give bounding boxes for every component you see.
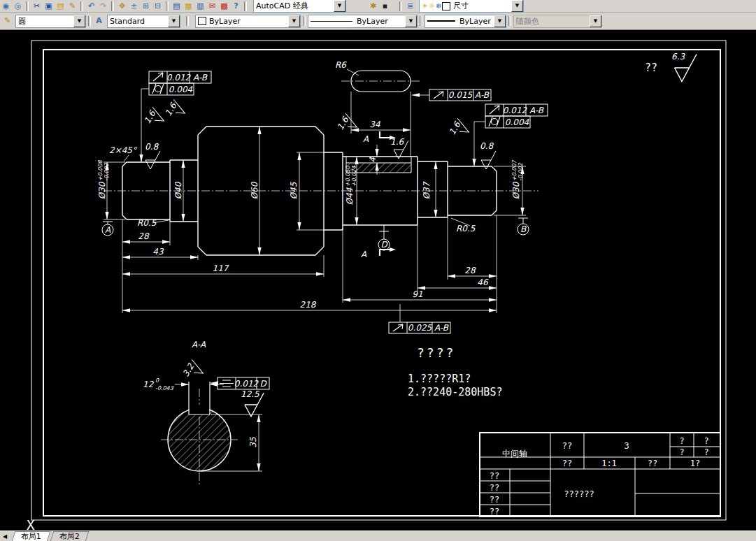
layer-thaw-sun-icon[interactable]: ☼ [429, 2, 435, 10]
copy-icon[interactable]: ▣ [43, 1, 55, 11]
tb-scale: 1:1 [601, 459, 617, 468]
chevron-down-icon[interactable]: ▼ [405, 15, 417, 27]
tb-left-row: ?? [490, 507, 499, 517]
toolbar-separator [244, 1, 247, 11]
toolbar-separator [166, 1, 169, 11]
tb-company: ?????? [564, 489, 594, 499]
notes-line2: 2.??240-280HBS? [408, 386, 502, 398]
linetype-sample [311, 21, 352, 22]
fcf3-datum: A-B [475, 90, 490, 100]
linetype-combo[interactable]: ByLayer ▼ [308, 15, 418, 28]
notes-line1: 1.?????R1? [408, 373, 471, 385]
display-icon[interactable]: ▪ [379, 1, 391, 11]
zoom-previous-icon[interactable]: ⊟ [152, 1, 164, 11]
dim-style-combo[interactable]: 圆 ▼ [15, 15, 86, 28]
lineweight-sample [427, 20, 455, 22]
technical-notes: ???? 1.?????R1? 2.??240-280HBS? [408, 345, 502, 398]
match-properties-icon[interactable]: ✎ [66, 1, 78, 11]
chevron-down-icon[interactable]: ▼ [334, 0, 345, 12]
dim-d30r-sup: +0.007 [511, 159, 518, 181]
datum-a-label: A [105, 225, 111, 235]
centerlines [104, 81, 539, 484]
dim-style-icon[interactable]: ✎ [1, 16, 13, 26]
datum-d-label: D [380, 240, 388, 250]
dim-d44-sub: +0.024 [351, 165, 357, 187]
circular-runout-icon [490, 106, 499, 114]
layout-tab-bar: ◀ 布局1 布局2 [0, 531, 756, 541]
tab-layout2[interactable]: 布局2 [49, 531, 90, 541]
dim-chamfer: 2×45° [109, 145, 137, 155]
tb-sheet-number: 3 [624, 441, 629, 451]
roughness-08-right: 0.8 [480, 141, 494, 151]
current-layer-name: 尺寸 [453, 1, 510, 11]
fcf7-tol: 0.012 [234, 379, 259, 389]
dim-218: 218 [300, 300, 317, 310]
layer-on-bulb-icon[interactable]: ☀ [422, 2, 428, 10]
redo-icon[interactable]: ↷ [97, 1, 109, 11]
qcalc-icon[interactable]: ▩ [218, 1, 230, 11]
layer-freeze-icon[interactable]: ❄ [436, 2, 441, 10]
pan-icon[interactable]: ✥ [116, 1, 128, 11]
layer-combo[interactable]: ☀ ☼ ❄ 尺寸 ▼ [419, 0, 524, 13]
dim-d44-sup: +0.050 [345, 165, 351, 187]
dim-d30r: Ø30 [511, 181, 521, 199]
datum-symbols [102, 218, 529, 250]
cylindricity-icon [152, 84, 164, 94]
tab-nav-left-icon[interactable]: ◀ [0, 531, 10, 541]
cut-icon[interactable]: ✂ [31, 1, 43, 11]
notes-heading: ???? [417, 345, 455, 360]
chevron-down-icon[interactable]: ▼ [73, 15, 85, 27]
tb-left-row: ?? [490, 483, 499, 493]
chevron-down-icon[interactable]: ▼ [494, 15, 506, 27]
lineweight-combo[interactable]: ByLayer ▼ [425, 15, 506, 28]
chevron-down-icon: ▼ [590, 15, 601, 27]
tab-layout1[interactable]: 布局1 [10, 531, 51, 541]
dim-texts: Ø30 +0.008 -0.002 Ø40 Ø60 Ø45 Ø44 +0.050… [97, 120, 524, 310]
zoom-realtime-icon[interactable]: ± [128, 1, 140, 11]
fcf3-tol: 0.015 [448, 90, 473, 100]
toolbar-separator [508, 16, 511, 26]
dim-style-value: 圆 [18, 16, 72, 27]
paste-icon[interactable]: ▤ [55, 1, 66, 11]
color-combo[interactable]: ByLayer ▼ [195, 15, 301, 28]
designcenter-icon[interactable]: ▦ [183, 1, 194, 11]
workspace-settings-icon[interactable]: ✱ [367, 1, 379, 11]
dim-sec-width: 12 [143, 380, 155, 389]
dim-r05-right: R0.5 [456, 224, 476, 233]
roughness-08-left: 0.8 [145, 142, 159, 152]
dim-d30l-sub: -0.002 [104, 162, 110, 181]
lineweight-value: ByLayer [459, 17, 492, 26]
fcf5-tol: 0.004 [505, 117, 529, 127]
chevron-down-icon[interactable]: ▼ [511, 0, 523, 12]
web-icon[interactable]: ◎ [12, 1, 24, 11]
standard-toolbar: ◉ ◎ ✂ ▣ ▤ ✎ ↶ ↷ ✥ ± ⊞ ⊟ ▤ ▦ ▥ ✉ ▩ ? Auto… [0, 0, 756, 13]
markup-icon[interactable]: ✉ [206, 1, 218, 11]
text-style-value: Standard [110, 17, 166, 26]
layer-properties-icon[interactable]: ≣ [404, 1, 416, 11]
undo-icon[interactable]: ↶ [85, 1, 97, 11]
dim-43: 43 [152, 247, 164, 257]
publish-icon[interactable]: ◉ [0, 1, 12, 11]
toolbar-separator [88, 16, 91, 26]
chevron-down-icon[interactable]: ▼ [288, 15, 300, 27]
properties-icon[interactable]: ▤ [171, 1, 183, 11]
fcf2-tol: 0.004 [169, 85, 193, 94]
model-space-canvas[interactable]: R6 [0, 30, 756, 531]
shaft-drawing: R6 [0, 30, 756, 531]
layer-color-swatch[interactable] [442, 2, 450, 10]
text-style-combo[interactable]: Standard ▼ [107, 15, 180, 28]
fcf4-tol: 0.012 [503, 106, 528, 115]
fcf7-datum: D [259, 379, 267, 389]
toolpalettes-icon[interactable]: ▥ [194, 1, 206, 11]
dim-sec-width-sup: 0 [155, 377, 159, 384]
part-name: 中间轴 [502, 449, 527, 459]
text-style-icon[interactable]: A [93, 16, 105, 26]
zoom-window-icon[interactable]: ⊞ [140, 1, 152, 11]
section-mark-label-top: A [363, 134, 369, 144]
chevron-down-icon[interactable]: ▼ [168, 15, 180, 27]
help-icon[interactable]: ? [230, 1, 242, 11]
workspace-combo[interactable]: AutoCAD 经典 ▼ [253, 0, 346, 13]
circular-runout-icon [393, 324, 403, 331]
workspace-value: AutoCAD 经典 [256, 1, 332, 11]
dim-r05-left: R0.5 [137, 218, 157, 228]
